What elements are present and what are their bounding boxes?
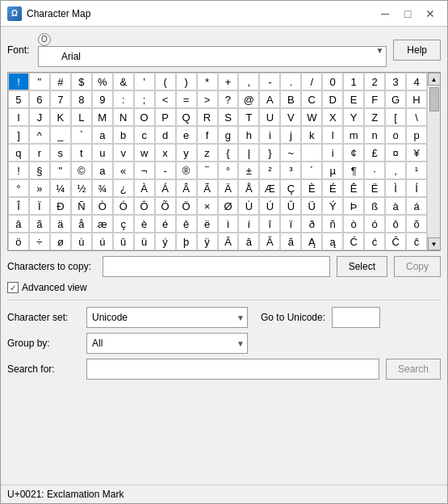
char-cell[interactable]: y bbox=[176, 144, 197, 162]
char-cell[interactable]: ¤ bbox=[385, 144, 406, 162]
char-cell[interactable]: c bbox=[134, 126, 155, 144]
char-cell[interactable]: Ý bbox=[322, 197, 343, 215]
char-cell[interactable]: Ü bbox=[301, 197, 322, 215]
char-cell[interactable]: ü bbox=[134, 233, 155, 250]
char-cell[interactable]: · bbox=[364, 162, 385, 179]
char-cell[interactable]: ð bbox=[301, 215, 322, 233]
char-cell[interactable]: ß bbox=[364, 197, 385, 215]
char-cell[interactable]: d bbox=[155, 126, 176, 144]
char-cell[interactable]: ± bbox=[238, 162, 259, 179]
copy-input[interactable] bbox=[103, 256, 330, 277]
close-button[interactable]: ✕ bbox=[420, 5, 441, 23]
char-cell[interactable]: + bbox=[218, 73, 239, 90]
char-cell[interactable]: 5 bbox=[8, 90, 29, 108]
char-cell[interactable]: Ą bbox=[301, 233, 322, 250]
char-cell[interactable]: _ bbox=[50, 126, 71, 144]
char-cell[interactable]: Ê bbox=[343, 179, 364, 197]
char-cell[interactable]: R bbox=[197, 108, 218, 126]
char-cell[interactable]: ! bbox=[8, 73, 29, 90]
char-cell[interactable]: Ð bbox=[50, 197, 71, 215]
char-cell[interactable]: ÿ bbox=[197, 233, 218, 250]
char-cell[interactable]: à bbox=[385, 197, 406, 215]
char-cell[interactable]: À bbox=[134, 179, 155, 197]
char-cell[interactable]: l bbox=[322, 126, 343, 144]
char-cell[interactable]: n bbox=[364, 126, 385, 144]
char-cell[interactable]: q bbox=[8, 144, 29, 162]
char-cell[interactable]: é bbox=[155, 215, 176, 233]
maximize-button[interactable]: □ bbox=[397, 5, 418, 23]
char-cell[interactable]: E bbox=[343, 90, 364, 108]
char-cell[interactable]: ú bbox=[92, 233, 113, 250]
char-cell[interactable]: » bbox=[29, 179, 50, 197]
scroll-down-arrow[interactable]: ▼ bbox=[428, 237, 441, 250]
char-cell[interactable]: É bbox=[322, 179, 343, 197]
char-cell[interactable]: ^ bbox=[29, 126, 50, 144]
char-cell[interactable]: ù bbox=[71, 233, 92, 250]
char-cell[interactable]: L bbox=[71, 108, 92, 126]
char-cell[interactable]: ë bbox=[197, 215, 218, 233]
char-cell[interactable]: Å bbox=[238, 179, 259, 197]
char-cell[interactable]: Q bbox=[176, 108, 197, 126]
char-cell[interactable]: X bbox=[322, 108, 343, 126]
char-cell[interactable]: 4 bbox=[406, 73, 427, 90]
char-cell[interactable]: æ bbox=[92, 215, 113, 233]
char-cell[interactable]: i bbox=[322, 144, 343, 162]
char-cell[interactable]: ã bbox=[29, 215, 50, 233]
select-button[interactable]: Select bbox=[337, 256, 387, 277]
char-cell[interactable]: í bbox=[238, 215, 259, 233]
char-cell[interactable]: Ĉ bbox=[385, 233, 406, 250]
char-cell[interactable]: ¢ bbox=[343, 144, 364, 162]
char-cell[interactable]: > bbox=[197, 90, 218, 108]
char-cell[interactable]: Ø bbox=[218, 197, 239, 215]
char-cell[interactable]: Ç bbox=[280, 179, 301, 197]
char-cell[interactable]: S bbox=[218, 108, 239, 126]
minimize-button[interactable]: ─ bbox=[375, 5, 396, 23]
charset-select[interactable]: Unicode ASCII Windows-1252 bbox=[86, 307, 248, 328]
char-cell[interactable]: ½ bbox=[71, 179, 92, 197]
char-cell[interactable]: $ bbox=[71, 73, 92, 90]
char-cell[interactable]: ā bbox=[238, 233, 259, 250]
char-cell[interactable]: þ bbox=[176, 233, 197, 250]
char-cell[interactable]: " bbox=[50, 162, 71, 179]
goto-input[interactable] bbox=[332, 307, 380, 328]
char-cell[interactable]: s bbox=[50, 144, 71, 162]
char-cell[interactable]: ô bbox=[385, 215, 406, 233]
char-cell[interactable]: × bbox=[197, 197, 218, 215]
char-cell[interactable]: è bbox=[134, 215, 155, 233]
char-cell[interactable]: ¿ bbox=[113, 179, 134, 197]
char-cell[interactable]: / bbox=[301, 73, 322, 90]
char-cell[interactable]: a bbox=[92, 126, 113, 144]
char-cell[interactable]: ă bbox=[280, 233, 301, 250]
char-cell[interactable]: 8 bbox=[71, 90, 92, 108]
char-cell[interactable]: m bbox=[343, 126, 364, 144]
char-cell[interactable]: ê bbox=[176, 215, 197, 233]
char-cell[interactable]: Í bbox=[406, 179, 427, 197]
char-cell[interactable]: ¹ bbox=[406, 162, 427, 179]
char-cell[interactable]: ´ bbox=[301, 162, 322, 179]
char-cell[interactable]: ¼ bbox=[50, 179, 71, 197]
scroll-track[interactable] bbox=[429, 86, 440, 237]
char-cell[interactable]: b bbox=[113, 126, 134, 144]
char-cell[interactable]: Ó bbox=[113, 197, 134, 215]
advanced-checkbox[interactable]: ✓ bbox=[7, 282, 19, 293]
char-cell[interactable]: j bbox=[280, 126, 301, 144]
char-cell[interactable]: } bbox=[259, 144, 280, 162]
char-cell[interactable]: ² bbox=[259, 162, 280, 179]
char-cell[interactable]: ç bbox=[113, 215, 134, 233]
char-cell[interactable]: U bbox=[259, 108, 280, 126]
char-cell[interactable]: « bbox=[113, 162, 134, 179]
char-cell[interactable] bbox=[301, 144, 322, 162]
char-cell[interactable]: ® bbox=[176, 162, 197, 179]
char-cell[interactable]: Ā bbox=[218, 233, 239, 250]
char-cell[interactable]: ò bbox=[343, 215, 364, 233]
scroll-thumb[interactable] bbox=[429, 87, 439, 111]
char-cell[interactable]: ) bbox=[176, 73, 197, 90]
char-cell[interactable]: 0 bbox=[322, 73, 343, 90]
char-cell[interactable]: V bbox=[280, 108, 301, 126]
char-cell[interactable]: Â bbox=[176, 179, 197, 197]
search-input[interactable] bbox=[86, 359, 379, 380]
char-cell[interactable]: ó bbox=[364, 215, 385, 233]
char-cell[interactable]: 6 bbox=[29, 90, 50, 108]
char-cell[interactable]: ö bbox=[8, 233, 29, 250]
char-cell[interactable]: Ú bbox=[259, 197, 280, 215]
